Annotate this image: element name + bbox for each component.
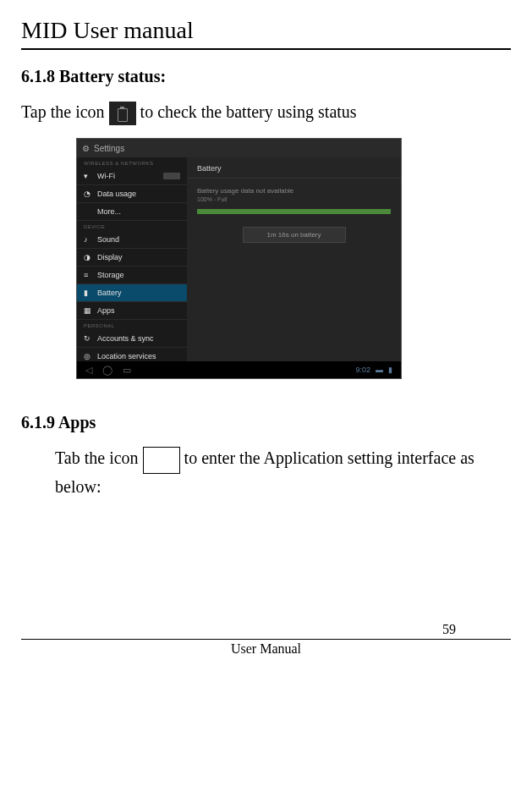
sidebar-item-sound[interactable]: ♪ Sound [77, 231, 187, 249]
storage-label: Storage [97, 271, 124, 279]
sidebar-item-datausage[interactable]: ◔ Data usage [77, 185, 187, 203]
home-icon[interactable]: ◯ [102, 365, 112, 376]
ss-main: Battery Battery usage data not available… [187, 157, 401, 361]
sidebar-item-more[interactable]: More... [77, 203, 187, 221]
cat-wireless: WIRELESS & NETWORKS [77, 157, 187, 168]
text-before-icon: Tap the icon [21, 102, 109, 121]
battery-icon [109, 102, 136, 125]
ss-battery-bar [197, 209, 391, 214]
ss-on-battery-button[interactable]: 1m 16s on battery [243, 227, 346, 243]
footer-rule [21, 639, 511, 640]
doc-title: MID User manual [21, 17, 511, 44]
spacer-icon [84, 207, 92, 216]
ss-navbar: ◁ ◯ ▭ 9:02 ▬ ▮ [77, 361, 401, 378]
storage-icon: ≡ [84, 271, 92, 279]
page-footer: 59 User Manual [21, 639, 511, 657]
sidebar-item-wifi[interactable]: ▾ Wi-Fi [77, 168, 187, 185]
sound-icon: ♪ [84, 235, 92, 244]
battery-label: Battery [97, 289, 122, 297]
page-number: 59 [442, 622, 456, 637]
back-icon[interactable]: ◁ [85, 365, 92, 376]
more-label: More... [97, 207, 121, 216]
section-618-text: Tap the icon to check the battery using … [21, 99, 511, 125]
gear-icon: ⚙ [82, 144, 90, 153]
location-label: Location services [97, 352, 156, 360]
recent-icon[interactable]: ▭ [123, 365, 131, 376]
ss-main-header: Battery [187, 157, 401, 179]
text-before-icon-619: Tab the icon [55, 448, 143, 467]
wifi-toggle[interactable] [163, 173, 180, 179]
data-icon: ◔ [84, 190, 92, 198]
display-label: Display [97, 253, 123, 261]
cat-personal: PERSONAL [77, 320, 187, 330]
ss-title: Settings [94, 144, 124, 153]
ss-topbar: ⚙ Settings [77, 139, 401, 157]
section-619-heading: 6.1.9 Apps [21, 413, 511, 432]
section-618-heading: 6.1.8 Battery status: [21, 67, 511, 86]
signal-icon: ▬ [376, 366, 383, 374]
sync-icon: ↻ [84, 334, 92, 343]
ss-full-status: 100% - Full [187, 196, 401, 202]
section-619-text: Tab the icon to enter the Application se… [55, 445, 511, 498]
sidebar-item-battery[interactable]: ▮ Battery [77, 284, 187, 302]
cat-device: DEVICE [77, 221, 187, 231]
battery-sidebar-icon: ▮ [84, 289, 92, 297]
battery-status-icon: ▮ [388, 366, 392, 374]
location-icon: ◎ [84, 352, 92, 360]
wifi-icon: ▾ [84, 172, 92, 180]
apps-icon: ▦ [84, 306, 92, 315]
display-icon: ◑ [84, 253, 92, 261]
sound-label: Sound [97, 235, 119, 244]
sidebar-item-display[interactable]: ◑ Display [77, 249, 187, 267]
settings-screenshot: ⚙ Settings WIRELESS & NETWORKS ▾ Wi-Fi ◔… [76, 138, 402, 379]
text-after-icon: to check the battery using status [140, 102, 357, 121]
sidebar-item-apps[interactable]: ▦ Apps [77, 302, 187, 320]
header-rule [21, 48, 511, 50]
sidebar-item-accounts[interactable]: ↻ Accounts & sync [77, 330, 187, 348]
apps-label: Apps [97, 306, 115, 315]
datausage-label: Data usage [97, 190, 136, 198]
footer-label: User Manual [21, 641, 511, 657]
ss-usage-msg: Battery usage data not available [187, 179, 401, 196]
sidebar-item-storage[interactable]: ≡ Storage [77, 267, 187, 284]
ss-time: 9:02 [355, 366, 370, 374]
accounts-label: Accounts & sync [97, 334, 154, 343]
wifi-label: Wi-Fi [97, 172, 115, 180]
ss-sidebar: WIRELESS & NETWORKS ▾ Wi-Fi ◔ Data usage… [77, 157, 187, 361]
apps-icon-placeholder [143, 447, 180, 474]
